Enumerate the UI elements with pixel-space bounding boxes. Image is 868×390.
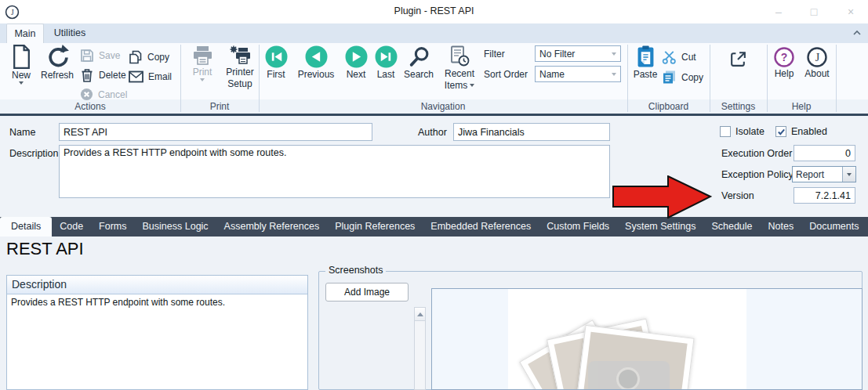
cut-button[interactable]: Cut: [662, 47, 696, 67]
printer-setup-icon: [229, 45, 251, 66]
refresh-icon: [46, 45, 69, 69]
search-button[interactable]: Search: [401, 45, 436, 80]
printer-setup-button[interactable]: Printer Setup: [223, 45, 257, 89]
print-button[interactable]: Print: [187, 45, 218, 81]
ribbon: New Refresh Save Delete Cancel Copy Emai…: [0, 43, 868, 114]
tab-details[interactable]: Details: [0, 217, 52, 237]
minimize-button[interactable]: –: [767, 4, 790, 20]
window-title: Plugin - REST API: [0, 5, 868, 16]
new-button[interactable]: New: [5, 45, 37, 85]
recent-items-icon: [449, 45, 470, 67]
help-group: ? Help J About Help: [767, 43, 836, 114]
scrollbar-up-button[interactable]: [415, 308, 425, 321]
recent-items-button[interactable]: Recent Items: [438, 45, 481, 91]
trash-icon: [80, 68, 94, 82]
about-logo-icon: J: [807, 47, 827, 67]
isolate-checkbox[interactable]: Isolate: [720, 126, 764, 137]
title-bar: J Plugin - REST API – □ ×: [0, 0, 868, 23]
name-input[interactable]: [59, 123, 372, 141]
thumbnail-scrollbar[interactable]: [414, 307, 426, 390]
settings-export-button[interactable]: [728, 49, 748, 69]
copy-button[interactable]: Copy: [129, 47, 169, 67]
collapse-ribbon-icon[interactable]: [850, 26, 864, 40]
email-button[interactable]: Email: [129, 67, 172, 86]
sort-order-label: Sort Order: [484, 69, 528, 81]
plugin-form: Name Author Description Provides a REST …: [0, 116, 868, 217]
dropdown-caret: [847, 173, 852, 176]
tab-embedded-references[interactable]: Embedded References: [423, 217, 539, 237]
execution-order-input[interactable]: [794, 145, 855, 161]
add-image-button[interactable]: Add Image: [325, 283, 409, 302]
new-dropdown-caret: [19, 81, 24, 85]
scroll-up-icon: [417, 312, 423, 316]
copy-pages-icon: [662, 70, 677, 85]
ribbon-tab-main[interactable]: Main: [6, 23, 44, 43]
svg-text:J: J: [815, 52, 820, 63]
tab-system-settings[interactable]: System Settings: [617, 217, 703, 237]
ribbon-tab-row: Main Utilities: [0, 23, 868, 43]
name-label: Name: [9, 127, 35, 139]
enabled-checkbox[interactable]: Enabled: [775, 126, 827, 137]
navigation-group: First Previous Next Last Search Recent I…: [259, 43, 627, 114]
settings-group: Settings: [710, 43, 767, 114]
about-button[interactable]: J About: [800, 47, 834, 79]
help-group-label: Help: [767, 101, 836, 114]
tab-business-logic[interactable]: Business Logic: [135, 217, 216, 237]
export-arrow-icon: [728, 49, 748, 69]
version-label: Version: [721, 190, 754, 202]
help-button[interactable]: ? Help: [768, 47, 800, 79]
print-dropdown-caret: [200, 78, 205, 81]
print-group: Print Printer Setup Print: [180, 43, 259, 114]
tab-documents[interactable]: Documents: [801, 217, 866, 237]
filter-label: Filter: [484, 49, 505, 60]
isolate-checkbox-label: Isolate: [735, 126, 764, 137]
navigation-group-label: Navigation: [259, 101, 627, 114]
save-button[interactable]: Save: [80, 45, 120, 65]
isolate-checkbox-box: [720, 126, 731, 137]
settings-group-label: Settings: [710, 101, 767, 114]
copy-icon: [129, 50, 143, 64]
recent-items-caret: [470, 84, 474, 87]
printer-icon: [192, 45, 213, 66]
refresh-button[interactable]: Refresh: [38, 45, 77, 81]
exception-policy-dropdown-button[interactable]: [842, 167, 855, 182]
description-panel-header: Description: [7, 276, 307, 294]
author-input[interactable]: [453, 123, 610, 141]
screenshots-groupbox: Screenshots Add Image: [318, 271, 863, 390]
next-button[interactable]: Next: [340, 45, 372, 80]
previous-button[interactable]: Previous: [293, 45, 339, 80]
last-button[interactable]: Last: [370, 45, 401, 80]
first-button[interactable]: First: [260, 45, 292, 80]
previous-record-icon: [305, 45, 328, 68]
details-tab-content: REST API Description Provides a REST HTT…: [0, 237, 868, 390]
delete-button[interactable]: Delete: [80, 65, 126, 85]
ribbon-tab-utilities[interactable]: Utilities: [45, 23, 94, 43]
tab-notes[interactable]: Notes: [761, 217, 802, 237]
filter-combobox[interactable]: No Filter: [535, 45, 621, 62]
exception-policy-dropdown[interactable]: Report: [792, 166, 856, 182]
tab-code[interactable]: Code: [52, 217, 91, 237]
red-pointer-arrow: [612, 175, 712, 218]
tab-forms[interactable]: Forms: [91, 217, 134, 237]
sort-order-combobox[interactable]: Name: [535, 66, 621, 82]
tab-assembly-references[interactable]: Assembly References: [216, 217, 328, 237]
maximize-button[interactable]: □: [802, 4, 826, 20]
sort-order-combo-caret: [612, 73, 616, 76]
paste-button[interactable]: Paste: [630, 45, 660, 80]
save-icon: [80, 49, 94, 63]
tab-plugin-references[interactable]: Plugin References: [327, 217, 423, 237]
version-input[interactable]: [794, 187, 855, 204]
copy-clipboard-button[interactable]: Copy: [662, 67, 703, 87]
plugin-heading: REST API: [6, 239, 84, 259]
email-icon: [129, 70, 143, 83]
filter-combo-caret: [612, 52, 616, 56]
screenshot-preview-panel: [431, 288, 863, 390]
screenshots-legend: Screenshots: [325, 265, 386, 276]
close-button[interactable]: ×: [839, 4, 863, 20]
description-textarea[interactable]: Provides a REST HTTP endpoint with some …: [59, 145, 610, 198]
tab-custom-fields[interactable]: Custom Fields: [539, 217, 617, 237]
enabled-checkbox-label: Enabled: [791, 126, 827, 137]
exception-policy-label: Exception Policy: [721, 169, 794, 181]
execution-order-label: Execution Order: [721, 148, 792, 160]
tab-schedule[interactable]: Schedule: [703, 217, 760, 237]
